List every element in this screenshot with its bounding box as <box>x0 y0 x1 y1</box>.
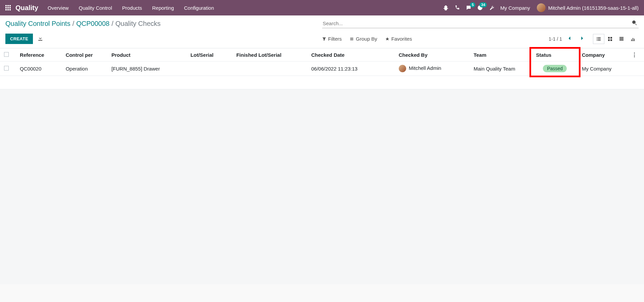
cell-checked-date: 06/06/2022 11:23:13 <box>307 61 394 76</box>
nav-quality-control[interactable]: Quality Control <box>79 5 112 11</box>
view-kanban[interactable] <box>604 34 616 44</box>
pager-range: 1-1 / 1 <box>549 36 562 42</box>
th-product[interactable]: Product <box>108 48 186 61</box>
pager: 1-1 / 1 <box>549 35 586 43</box>
status-badge: Passed <box>543 65 567 72</box>
breadcrumb: Quality Control Points / QCP00008 / Qual… <box>5 20 161 28</box>
breadcrumb-sep: / <box>72 20 74 28</box>
cell-status: Passed <box>532 61 578 76</box>
top-navbar: Quality Overview Quality Control Product… <box>0 0 644 15</box>
messaging-icon[interactable]: 5 <box>466 5 471 10</box>
table-footer-space <box>0 76 644 89</box>
search-input[interactable] <box>322 19 631 28</box>
th-options-icon[interactable]: ⋮ <box>628 48 644 61</box>
tools-icon[interactable] <box>489 5 494 10</box>
filters-button[interactable]: Filters <box>322 36 342 42</box>
th-control-per[interactable]: Control per <box>61 48 107 61</box>
nav-reporting[interactable]: Reporting <box>152 5 174 11</box>
row-checkbox[interactable] <box>4 66 9 71</box>
quality-checks-table: Reference Control per Product Lot/Serial… <box>0 48 644 76</box>
view-pivot[interactable] <box>616 34 627 44</box>
phone-icon[interactable] <box>455 5 460 10</box>
download-icon[interactable] <box>38 36 43 42</box>
select-all-checkbox[interactable] <box>4 52 9 57</box>
cell-product: [FURN_8855] Drawer <box>108 61 186 76</box>
view-switcher <box>593 34 639 44</box>
table-row[interactable]: QC00020 Operation [FURN_8855] Drawer 06/… <box>0 61 644 76</box>
th-company[interactable]: Company <box>578 48 628 61</box>
pager-prev[interactable] <box>565 35 574 43</box>
avatar-icon <box>399 65 406 72</box>
groupby-button[interactable]: Group By <box>350 36 377 42</box>
cell-company: My Company <box>578 61 628 76</box>
th-reference[interactable]: Reference <box>16 48 61 61</box>
breadcrumb-quality-control-points[interactable]: Quality Control Points <box>5 20 70 28</box>
search-icon[interactable] <box>631 19 639 28</box>
breadcrumb-sep: / <box>112 20 114 28</box>
user-menu[interactable]: Mitchell Admin (16151359-saas-15-1-all) <box>537 3 639 12</box>
cell-team: Main Quality Team <box>470 61 532 76</box>
systray: 5 34 <box>443 5 494 10</box>
activity-badge: 34 <box>479 2 487 7</box>
messaging-badge: 5 <box>470 2 475 7</box>
breadcrumb-active: Quality Checks <box>116 20 161 28</box>
cell-reference: QC00020 <box>16 61 61 76</box>
control-panel: Quality Control Points / QCP00008 / Qual… <box>0 15 644 48</box>
list-view: Reference Control per Product Lot/Serial… <box>0 48 644 89</box>
search-bar <box>322 19 639 28</box>
th-checked-date[interactable]: Checked Date <box>307 48 394 61</box>
nav-products[interactable]: Products <box>122 5 142 11</box>
search-options: Filters Group By Favorites <box>322 36 412 42</box>
th-finished-lot[interactable]: Finished Lot/Serial <box>232 48 307 61</box>
breadcrumb-qcp00008[interactable]: QCP00008 <box>76 20 110 28</box>
activity-icon[interactable]: 34 <box>477 5 483 10</box>
cell-lot <box>186 61 232 76</box>
app-brand[interactable]: Quality <box>15 4 38 12</box>
favorites-button[interactable]: Favorites <box>385 36 412 42</box>
apps-icon[interactable] <box>5 5 11 10</box>
nav-overview[interactable]: Overview <box>48 5 69 11</box>
avatar-icon <box>537 3 546 12</box>
th-checked-by[interactable]: Checked By <box>395 48 470 61</box>
th-lot[interactable]: Lot/Serial <box>186 48 232 61</box>
company-switcher[interactable]: My Company <box>500 5 530 11</box>
th-status[interactable]: Status <box>532 48 578 61</box>
table-header-row: Reference Control per Product Lot/Serial… <box>0 48 644 61</box>
nav-menu: Overview Quality Control Products Report… <box>48 5 214 11</box>
cell-finished-lot <box>232 61 307 76</box>
view-graph[interactable] <box>627 34 639 44</box>
view-list[interactable] <box>593 34 604 44</box>
cell-control-per: Operation <box>61 61 107 76</box>
th-team[interactable]: Team <box>470 48 532 61</box>
pager-next[interactable] <box>577 35 586 43</box>
empty-area <box>0 89 644 284</box>
create-button[interactable]: CREATE <box>5 34 33 44</box>
cell-checked-by: Mitchell Admin <box>395 61 470 76</box>
user-name: Mitchell Admin (16151359-saas-15-1-all) <box>548 5 639 11</box>
bug-icon[interactable] <box>443 5 448 10</box>
nav-configuration[interactable]: Configuration <box>184 5 214 11</box>
